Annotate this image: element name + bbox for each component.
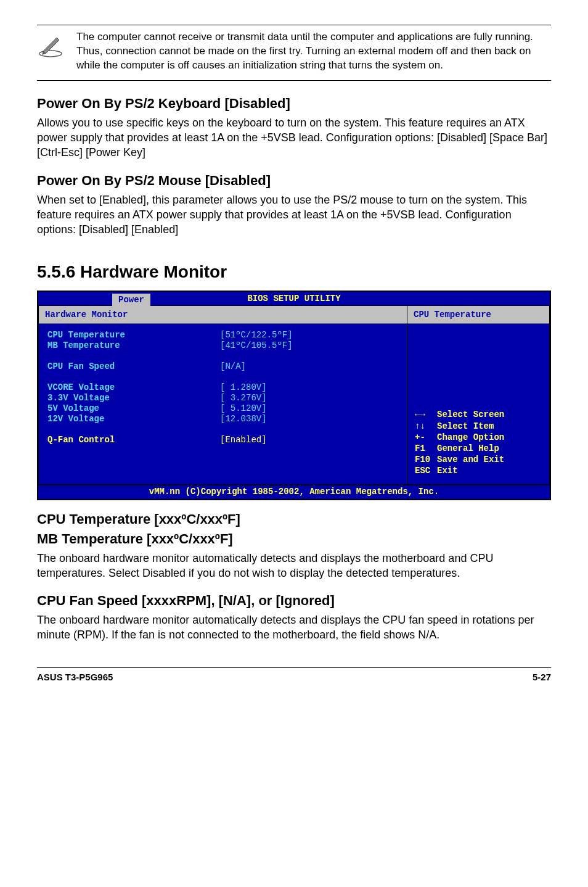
- bios-help-panel: ←→Select Screen ↑↓Select Item +-Change O…: [407, 324, 549, 484]
- para-ps2kb: Allows you to use specific keys on the k…: [37, 115, 551, 160]
- heading-ps2mouse: Power On By PS/2 Mouse [Disabled]: [37, 173, 551, 189]
- bios-row[interactable]: CPU Fan Speed[N/A]: [47, 361, 398, 371]
- bios-row[interactable]: 5V Voltage[ 5.120V]: [47, 403, 398, 413]
- heading-fanspeed: CPU Fan Speed [xxxxRPM], [N/A], or [Igno…: [37, 593, 551, 609]
- bios-section-title: Hardware Monitor: [39, 306, 407, 324]
- bios-row[interactable]: VCORE Voltage[ 1.280V]: [47, 382, 398, 392]
- bios-tab-power[interactable]: Power: [112, 294, 150, 306]
- bios-panel: Power BIOS SETUP UTILITY Hardware Monito…: [37, 291, 551, 500]
- page-footer: ASUS T3-P5G965 5-27: [37, 667, 551, 682]
- bios-row[interactable]: MB Temperature[41ºC/105.5ºF]: [47, 340, 398, 350]
- para-cputemp: The onboard hardware monitor automatical…: [37, 551, 551, 581]
- footer-left: ASUS T3-P5G965: [37, 672, 113, 682]
- note-box: The computer cannot receive or transmit …: [37, 25, 551, 81]
- bios-row[interactable]: 12V Voltage[12.038V]: [47, 414, 398, 424]
- para-fanspeed: The onboard hardware monitor automatical…: [37, 613, 551, 643]
- heading-hwmon: 5.5.6 Hardware Monitor: [37, 262, 551, 282]
- heading-ps2kb: Power On By PS/2 Keyboard [Disabled]: [37, 96, 551, 112]
- heading-cputemp2: MB Temperature [xxxºC/xxxºF]: [37, 531, 551, 547]
- bios-titlebar: Power BIOS SETUP UTILITY: [38, 292, 550, 305]
- heading-cputemp1: CPU Temperature [xxxºC/xxxºF]: [37, 511, 551, 527]
- bios-footer: vMM.nn (C)Copyright 1985-2002, American …: [38, 485, 550, 499]
- bios-row[interactable]: CPU Temperature[51ºC/122.5ºF]: [47, 330, 398, 340]
- note-text: The computer cannot receive or transmit …: [76, 30, 551, 73]
- para-ps2mouse: When set to [Enabled], this parameter al…: [37, 192, 551, 237]
- bios-help-title: CPU Temperature: [407, 306, 549, 324]
- bios-row[interactable]: Q-Fan Control[Enabled]: [47, 435, 398, 445]
- bios-content: CPU Temperature[51ºC/122.5ºF] MB Tempera…: [39, 324, 407, 470]
- bios-row[interactable]: 3.3V Voltage[ 3.276V]: [47, 393, 398, 403]
- footer-right: 5-27: [533, 672, 551, 682]
- bios-title: BIOS SETUP UTILITY: [247, 294, 340, 303]
- pencil-icon: [37, 33, 64, 60]
